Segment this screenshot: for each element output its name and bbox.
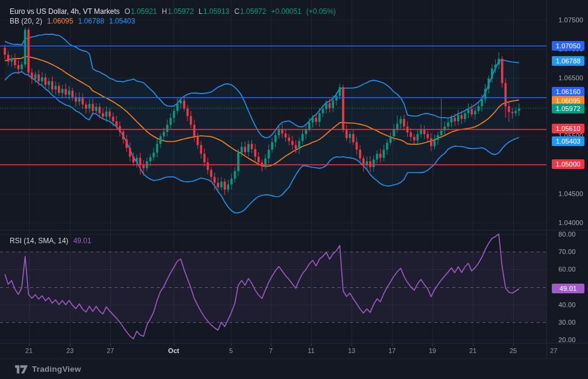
axis-price-badge: 1.06788 bbox=[552, 56, 584, 66]
axis-price-badge: 1.05610 bbox=[552, 124, 584, 133]
tradingview-brand-text[interactable]: TradingView bbox=[32, 365, 81, 374]
axis-price-badge: 1.05403 bbox=[552, 136, 584, 146]
axis-price-badge: 49.01 bbox=[552, 284, 584, 293]
time-axis-label: 21 bbox=[25, 347, 33, 354]
ohlc-open: O1.05921 bbox=[125, 7, 157, 16]
bb-basis-value: 1.06095 bbox=[47, 17, 73, 25]
price-tick-label: 1.04500 bbox=[558, 190, 583, 197]
axis-price-badge: 1.05000 bbox=[552, 159, 584, 169]
time-axis-label: 25 bbox=[510, 347, 517, 354]
bb-lower-value: 1.05403 bbox=[109, 17, 135, 25]
price-tick-label: 1.07500 bbox=[558, 16, 583, 24]
rsi-value: 49.01 bbox=[73, 237, 91, 245]
axis-price-badge: 1.07050 bbox=[552, 41, 584, 51]
bb-indicator-legend[interactable]: BB (20, 2) 1.06095 1.06788 1.05403 bbox=[10, 17, 135, 25]
rsi-tick-label: 70.00 bbox=[558, 248, 576, 255]
footer-bar: TradingView bbox=[0, 358, 588, 379]
price-tick-label: 1.04000 bbox=[558, 219, 583, 226]
price-chart-canvas[interactable] bbox=[0, 0, 588, 379]
ohlc-close: C1.05972 bbox=[234, 7, 266, 16]
time-axis-label: 13 bbox=[348, 347, 355, 354]
time-axis-label: 23 bbox=[66, 347, 74, 354]
bb-upper-value: 1.06788 bbox=[78, 17, 104, 25]
time-axis-label: Oct bbox=[168, 347, 179, 354]
ohlc-low: L1.05913 bbox=[198, 7, 229, 16]
price-change-percent: (+0.05%) bbox=[306, 7, 336, 16]
tradingview-logo-icon[interactable] bbox=[15, 365, 28, 374]
time-axis-label: 17 bbox=[388, 347, 396, 354]
time-axis-label: 5 bbox=[229, 347, 233, 354]
ohlc-high: H1.05972 bbox=[162, 7, 194, 16]
price-change: +0.00051 bbox=[271, 7, 301, 16]
rsi-label[interactable]: RSI (14, SMA, 14) bbox=[10, 237, 68, 245]
rsi-tick-label: 20.00 bbox=[558, 336, 576, 343]
rsi-tick-label: 80.00 bbox=[558, 231, 576, 238]
rsi-tick-label: 60.00 bbox=[558, 266, 576, 273]
rsi-indicator-legend[interactable]: RSI (14, SMA, 14) 49.01 bbox=[10, 237, 91, 245]
bb-label[interactable]: BB (20, 2) bbox=[10, 17, 42, 25]
rsi-tick-label: 40.00 bbox=[558, 301, 576, 308]
symbol-title[interactable]: Euro vs US Dollar, 4h, VT Markets bbox=[10, 7, 120, 16]
axis-price-badge: 1.05972 bbox=[552, 104, 584, 113]
time-axis-label: 19 bbox=[429, 347, 436, 354]
time-axis-label: 11 bbox=[308, 347, 314, 354]
time-axis-label: 27 bbox=[550, 347, 557, 354]
axis-price-badge: 1.06160 bbox=[552, 87, 584, 97]
time-axis-label: 7 bbox=[269, 347, 273, 354]
tradingview-chart-window: Euro vs US Dollar, 4h, VT Markets O1.059… bbox=[0, 0, 588, 379]
price-tick-label: 1.06500 bbox=[558, 74, 583, 81]
symbol-legend[interactable]: Euro vs US Dollar, 4h, VT Markets O1.059… bbox=[10, 7, 336, 16]
time-axis-label: 21 bbox=[469, 347, 476, 354]
rsi-tick-label: 30.00 bbox=[558, 319, 576, 326]
time-axis-label: 27 bbox=[107, 347, 114, 354]
